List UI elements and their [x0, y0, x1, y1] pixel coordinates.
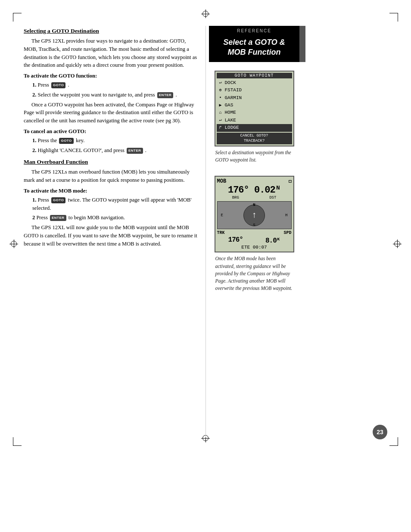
goto-row-gas: ▶ GAS [217, 102, 292, 109]
mob-ete-value: 00:07 [253, 245, 267, 250]
lodge-label: LODGE [225, 124, 239, 131]
goto-row-lodge: ↱ LODGE [217, 124, 292, 131]
page-content: Selecting a GOTO Destination The GPS 12X… [24, 26, 387, 437]
mob-trk-value: 176° [228, 236, 243, 245]
cancel-step1-end: key. [76, 137, 84, 143]
mob-step1: 1. Press GOTO twice. The GOTO waypoint p… [32, 196, 200, 212]
cancel-step1: 1. Press the GOTO key. [32, 137, 200, 145]
right-column: REFERENCE Select a GOTO & MOB Function G… [209, 26, 299, 437]
corner-mark-tr [389, 13, 398, 22]
goto-screen-caption: Select a destination waypoint from the G… [215, 149, 294, 164]
mob-label: MOB [217, 178, 227, 184]
mob-screen-caption: Once the MOB mode has been activated, st… [215, 255, 294, 292]
mob-spd-value: 8.0ᴷ [265, 236, 280, 245]
compass-arrow: ↑ [243, 205, 265, 226]
section-goto: Selecting a GOTO Destination The GPS 12X… [24, 28, 200, 154]
goto-footer: CANCEL GOTO? TRACBACK? [217, 133, 292, 144]
left-column: Selecting a GOTO Destination The GPS 12X… [24, 26, 200, 437]
mob-step2-start: Press [36, 215, 49, 221]
section-mob: Man Overboard Function The GPS 12XLs man… [24, 159, 200, 248]
goto-step1-end: . [68, 82, 69, 88]
fstaid-icon: ⊕ [218, 87, 223, 93]
reference-box: REFERENCE Select a GOTO & MOB Function [209, 26, 299, 62]
cancel-goto-footer: CANCEL GOTO? [218, 133, 291, 139]
mob-compass: N S H E ↑ [217, 201, 292, 229]
goto-step2-text: Select the waypoint you want to navigate… [38, 92, 155, 98]
mob-bearing: 176° [228, 185, 249, 196]
cancel-enter-btn: ENTER [127, 148, 143, 154]
compass-e: E [221, 213, 223, 218]
activate-mob-heading: To activate the MOB mode: [24, 188, 200, 194]
cancel-goto-heading: To cancel an active GOTO: [24, 128, 200, 135]
mob-trk-spd-labels: TRK SPD [217, 230, 292, 235]
mob-brg-label: BRG [232, 196, 239, 200]
goto-row-home: ⌂ HOME [217, 109, 292, 116]
lodge-icon: ↱ [218, 125, 223, 131]
mob-body2: The GPS 12XL will now guide you to the M… [24, 224, 200, 248]
mob-body1: The GPS 12XLs man overboard function (MO… [24, 168, 200, 184]
mob-ete-label: ETE [241, 245, 250, 250]
gas-label: GAS [225, 102, 234, 109]
mob-step1-start: Press [38, 197, 49, 203]
goto-step1: 1. Press GOTO . [32, 81, 200, 89]
tracback-footer: TRACBACK? [218, 138, 291, 144]
fstaid-label: FSTAID [225, 87, 242, 93]
section-goto-heading: Selecting a GOTO Destination [24, 28, 200, 34]
compass-n: N [253, 203, 255, 207]
goto-row-lake: ↵ LAKE [217, 117, 292, 124]
crosshair-left [9, 240, 18, 248]
compass-s: S [253, 223, 255, 227]
compass-h: H [285, 213, 287, 218]
mob-goto-btn: GOTO [51, 197, 65, 203]
bottom-margin [0, 437, 411, 506]
gas-icon: ▶ [218, 103, 223, 109]
goto-row-dock: ↵ DOCK [217, 79, 292, 87]
mob-dst-label: DST [269, 196, 276, 200]
goto-step1-text: Press [38, 82, 49, 88]
goto-body2: Once a GOTO waypoint has been activated,… [24, 101, 200, 125]
home-icon: ⌂ [218, 110, 223, 116]
enter-btn-badge: ENTER [157, 92, 174, 98]
mob-trk-label: TRK [217, 230, 225, 235]
mob-spd-label: SPD [283, 230, 291, 235]
corner-mark-tl [13, 13, 22, 22]
crosshair-right [393, 240, 402, 248]
goto-screen-header: GOTO WAYPOINT [217, 73, 292, 78]
goto-row-fstaid: ⊕ FSTAID [217, 87, 292, 94]
goto-step2-end: . [176, 92, 177, 98]
mob-screen-container: MOB ◘ 176° 0.02ᴺ BRG DST N S H E ↑ [209, 176, 299, 292]
reference-wrapper: REFERENCE Select a GOTO & MOB Function [209, 26, 299, 62]
cancel-step2-text: Highlight 'CANCEL GOTO?', and press [38, 147, 125, 153]
goto-btn-badge: GOTO [51, 82, 65, 88]
cancel-goto-btn: GOTO [59, 138, 73, 144]
mob-brg-dst-labels: BRG DST [217, 196, 292, 200]
dock-icon: ↵ [218, 80, 223, 86]
reference-title: Select a GOTO & MOB Function [213, 35, 295, 60]
home-label: HOME [225, 109, 236, 116]
lake-icon: ↵ [218, 117, 223, 123]
mob-gps-screen: MOB ◘ 176° 0.02ᴺ BRG DST N S H E ↑ [215, 176, 294, 252]
activate-goto-heading: To activate the GOTO function: [24, 73, 200, 79]
mob-step2: 2 Press ENTER to begin MOB navigation. [32, 214, 200, 222]
cancel-step2-end: . [145, 147, 146, 153]
goto-screen-container: GOTO WAYPOINT ↵ DOCK ⊕ FSTAID ▪ GARMIN ▶… [209, 71, 299, 164]
cancel-step2: 2. Highlight 'CANCEL GOTO?', and press E… [32, 146, 200, 155]
goto-step2: 2. Select the waypoint you want to navig… [32, 91, 200, 99]
mob-screen-header: MOB ◘ [217, 178, 292, 184]
mob-indicator: ◘ [289, 179, 292, 184]
cancel-step1-text: Press the [38, 137, 57, 143]
dock-label: DOCK [225, 80, 236, 86]
garmin-label: GARMIN [225, 95, 242, 101]
crosshair-top [201, 9, 210, 18]
reference-label: REFERENCE [213, 28, 295, 33]
reference-tab [299, 26, 305, 62]
section-mob-heading: Man Overboard Function [24, 159, 200, 165]
goto-row-garmin: ▪ GARMIN [217, 94, 292, 102]
mob-bearing-distance: 176° 0.02ᴺ [217, 185, 292, 196]
lake-label: LAKE [225, 117, 236, 124]
mob-trk-spd-values: 176° 8.0ᴷ [217, 236, 292, 245]
goto-body1: The GPS 12XL provides four ways to navig… [24, 37, 200, 69]
garmin-icon: ▪ [218, 95, 223, 101]
mob-step2-end: to begin MOB navigation. [68, 215, 125, 221]
mob-distance: 0.02ᴺ [254, 185, 280, 196]
